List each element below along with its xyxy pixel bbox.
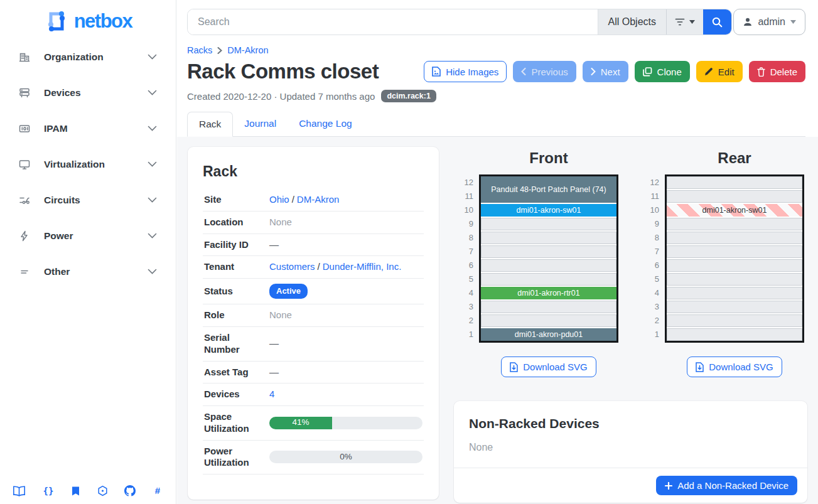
rack-empty-slot[interactable] — [667, 218, 802, 230]
rack-empty-slot[interactable] — [667, 273, 802, 286]
delete-button[interactable]: Delete — [749, 61, 805, 82]
netbox-logo-icon — [44, 9, 69, 34]
sidebar-item-power[interactable]: Power — [0, 218, 176, 254]
next-button[interactable]: Next — [583, 61, 628, 82]
unit-number: 12 — [646, 176, 665, 190]
unit-number: 4 — [646, 287, 665, 301]
docs-icon[interactable] — [13, 484, 26, 498]
rack-empty-slot[interactable] — [481, 314, 616, 327]
unit-number: 2 — [646, 314, 665, 328]
file-download-icon — [510, 362, 518, 372]
rack-empty-slot[interactable] — [667, 259, 802, 272]
search-submit-button[interactable] — [703, 9, 731, 35]
user-menu-button[interactable]: admin — [733, 9, 805, 35]
hide-images-button[interactable]: Hide Images — [424, 61, 507, 82]
sidebar-item-ipam[interactable]: IPAM — [0, 110, 176, 146]
search-input[interactable] — [188, 9, 598, 35]
unit-number: 11 — [460, 190, 479, 204]
sidebar-item-label: Circuits — [44, 195, 148, 206]
breadcrumb-link-racks[interactable]: Racks — [187, 45, 212, 55]
chevron-right-icon — [591, 68, 596, 75]
api-docs-icon[interactable] — [71, 484, 80, 498]
detail-link[interactable]: Ohio — [269, 194, 289, 206]
other-icon — [19, 266, 31, 277]
front-unit-rail: 121110987654321 — [460, 174, 479, 343]
rack-empty-slot[interactable] — [667, 232, 802, 244]
rack-empty-slot[interactable] — [481, 301, 616, 313]
rack-empty-slot[interactable] — [481, 245, 616, 258]
front-download-svg-button[interactable]: Download SVG — [501, 357, 596, 377]
slack-icon[interactable]: # — [152, 484, 163, 498]
sidebar-item-label: Other — [44, 266, 148, 277]
rack-device[interactable]: dmi01-akron-rtr01 — [481, 287, 616, 299]
sidebar-item-circuits[interactable]: Circuits — [0, 182, 176, 218]
graphql-icon[interactable] — [97, 484, 108, 498]
detail-row-asset-tag: Asset Tag — — [203, 362, 424, 384]
sidebar-item-other[interactable]: Other — [0, 254, 176, 289]
detail-row-devices: Devices 4 — [203, 383, 424, 406]
detail-label: Location — [204, 217, 264, 228]
chevron-down-icon — [148, 126, 157, 131]
detail-row-space-utilization: Space Utilization 41% — [203, 406, 424, 441]
netbox-logo[interactable]: netbox — [0, 0, 176, 39]
delete-label: Delete — [770, 67, 797, 77]
tab-rack[interactable]: Rack — [187, 112, 233, 137]
sidebar-footer: {}# — [0, 484, 176, 498]
rack-empty-slot[interactable] — [667, 287, 802, 299]
rest-api-icon[interactable]: {} — [42, 484, 55, 498]
rear-unit-rail: 121110987654321 — [646, 174, 665, 343]
rack-device[interactable]: dmi01-akron-pdu01 — [481, 328, 616, 341]
user-icon — [743, 17, 753, 27]
rack-empty-slot[interactable] — [481, 218, 616, 230]
chevron-down-icon — [148, 161, 157, 167]
rack-empty-slot[interactable] — [667, 314, 802, 327]
search-filter-button[interactable] — [666, 9, 703, 35]
add-non-racked-device-button[interactable]: Add a Non-Racked Device — [656, 476, 797, 495]
rack-device[interactable]: dmi01-akron-sw01 — [667, 204, 802, 217]
unit-number: 11 — [646, 190, 665, 204]
rack-device[interactable]: dmi01-akron-sw01 — [481, 204, 616, 217]
sidebar-item-devices[interactable]: Devices — [0, 75, 176, 110]
rack-empty-slot[interactable] — [481, 232, 616, 244]
monitor-icon — [19, 159, 31, 170]
tab-change-log[interactable]: Change Log — [288, 112, 363, 136]
rack-empty-slot[interactable] — [667, 176, 802, 189]
rack-empty-slot[interactable] — [667, 328, 802, 341]
clone-button[interactable]: Clone — [635, 61, 690, 82]
search-scope-label: All Objects — [608, 16, 656, 28]
rack-empty-slot[interactable] — [667, 301, 802, 313]
detail-row-site: Site Ohio/DM-Akron — [203, 189, 424, 212]
rack-device[interactable]: Panduit 48-Port Patch Panel (74) — [481, 176, 616, 203]
sidebar-item-virtualization[interactable]: Virtualization — [0, 146, 176, 182]
rear-download-svg-button[interactable]: Download SVG — [687, 357, 782, 377]
unit-number: 10 — [460, 204, 479, 218]
rack-empty-slot[interactable] — [667, 245, 802, 258]
sidebar-item-organization[interactable]: Organization — [0, 39, 176, 75]
unit-number: 5 — [460, 273, 479, 287]
chevron-down-icon — [148, 269, 157, 274]
sidebar-item-label: Devices — [44, 87, 148, 99]
link-separator: / — [292, 194, 294, 206]
detail-value-empty: — — [269, 239, 279, 251]
detail-value: None — [264, 217, 422, 228]
tab-journal[interactable]: Journal — [233, 112, 288, 136]
detail-link[interactable]: DM-Akron — [297, 194, 340, 206]
rack-empty-slot[interactable] — [481, 273, 616, 286]
previous-button[interactable]: Previous — [513, 61, 576, 82]
unit-number: 7 — [460, 245, 479, 259]
detail-label: Serial Number — [204, 332, 264, 356]
rack-empty-slot[interactable] — [667, 190, 802, 203]
detail-value: Customers/Dunder-Mifflin, Inc. — [264, 261, 422, 273]
breadcrumb: Racks DM-Akron — [187, 45, 805, 55]
detail-link[interactable]: Dunder-Mifflin, Inc. — [323, 261, 402, 273]
detail-link[interactable]: Customers — [269, 261, 315, 273]
rack-empty-slot[interactable] — [481, 259, 616, 272]
rack-panel-title: Rack — [203, 163, 424, 180]
search-scope-select[interactable]: All Objects — [598, 9, 666, 35]
github-icon[interactable] — [124, 484, 136, 498]
detail-link[interactable]: 4 — [269, 389, 274, 400]
circuits-icon — [19, 195, 31, 206]
edit-button[interactable]: Edit — [696, 61, 743, 82]
detail-value: None — [264, 309, 422, 321]
breadcrumb-link-site[interactable]: DM-Akron — [227, 45, 268, 55]
